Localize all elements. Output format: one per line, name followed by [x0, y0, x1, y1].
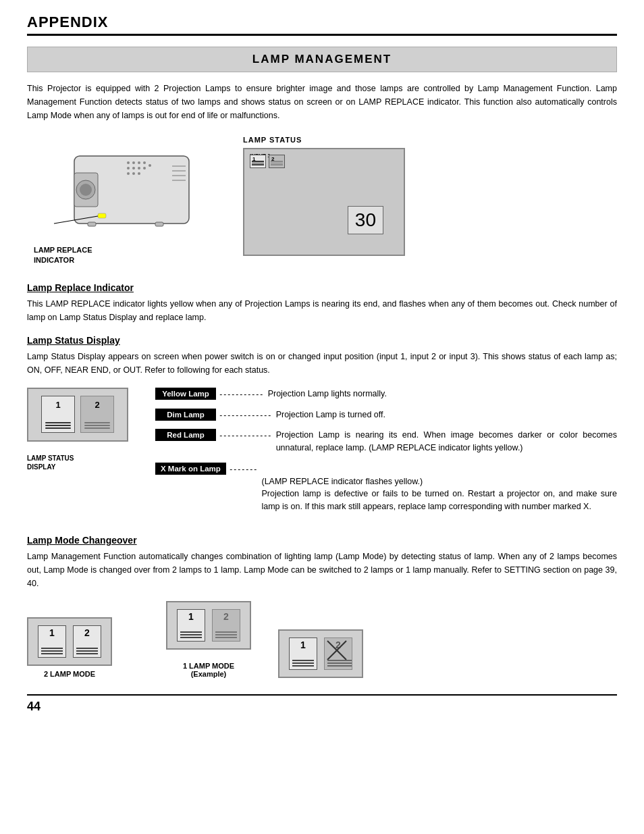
- yellow-lamp-dashes: -----------: [216, 388, 268, 399]
- xmark-lamp-badge: X Mark on Lamp: [155, 463, 226, 475]
- red-lamp-desc: Projection Lamp is nearing its end. When…: [276, 429, 617, 454]
- lamp-status-top-label: LAMP STATUS: [243, 136, 617, 144]
- lamp-indicator-1: 1: [250, 155, 266, 168]
- svg-point-2: [132, 161, 135, 164]
- xmark-lamp-mode-item: 1 2: [278, 629, 363, 678]
- svg-point-4: [127, 167, 130, 170]
- svg-point-11: [143, 167, 146, 170]
- two-lamp-mode-item: 1 2 2 LAMP MODE: [27, 617, 112, 678]
- lamp-status-display-text: Lamp Status Display appears on screen wh…: [27, 350, 617, 377]
- intro-text: This Projector is equipped with 2 Projec…: [27, 82, 617, 122]
- xmark-lamp-lamp1: 1: [289, 637, 317, 670]
- one-lamp-mode-item: 1 2 1 LAMP MODE (Ex: [166, 601, 251, 678]
- xmark-lamp-box: 1 2: [278, 629, 363, 678]
- lamp-replace-indicator-title: Lamp Replace Indicator: [27, 282, 617, 293]
- yellow-lamp-desc: Projection Lamp lights normally.: [268, 388, 387, 400]
- svg-point-3: [138, 161, 140, 164]
- appendix-title: APPENDIX: [27, 14, 108, 30]
- svg-point-7: [127, 172, 130, 175]
- svg-point-8: [132, 172, 135, 175]
- lamp-replace-label: LAMP REPLACE INDICATOR: [34, 245, 92, 266]
- lamp-indicators-top: 1 2: [250, 155, 285, 168]
- lamp-row-red: Red Lamp ------------- Projection Lamp i…: [155, 429, 617, 454]
- lamp-mode-text: Lamp Management Function automatically c…: [27, 550, 617, 590]
- dim-lamp-badge: Dim Lamp: [155, 409, 216, 421]
- two-lamp-label: 2 LAMP MODE: [44, 670, 95, 678]
- lamp-status-screen: INPUT 1 1 2: [243, 148, 405, 256]
- projector-svg: [47, 136, 216, 242]
- two-lamp-lamp2: 2: [73, 625, 101, 658]
- red-lamp-badge: Red Lamp: [155, 429, 216, 441]
- lamp-row-dim: Dim Lamp ------------- Projection Lamp i…: [155, 409, 617, 421]
- lamp-num-2: 2: [95, 400, 99, 410]
- lamp-status-display-title: Lamp Status Display: [27, 335, 617, 346]
- lamp-replace-indicator-text: This LAMP REPLACE indicator lights yello…: [27, 297, 617, 324]
- lamp-box-2: 2: [80, 396, 114, 433]
- svg-point-12: [149, 164, 151, 167]
- lamp-mode-section: Lamp Mode Changeover Lamp Management Fun…: [27, 535, 617, 678]
- lamp-mode-title: Lamp Mode Changeover: [27, 535, 617, 546]
- lamp-number-display: 30: [348, 206, 383, 234]
- one-lamp-box: 1 2: [166, 601, 251, 650]
- lamp-replace-indicator-section: Lamp Replace Indicator This LAMP REPLACE…: [27, 282, 617, 324]
- diagram-row: LAMP REPLACE INDICATOR LAMP STATUS INPUT…: [27, 136, 617, 266]
- svg-point-10: [143, 161, 146, 164]
- lamp-num-1: 1: [55, 400, 60, 410]
- xmark-lamp-dashes: -------: [226, 463, 262, 474]
- svg-rect-20: [98, 213, 106, 218]
- two-lamp-box: 1 2: [27, 617, 112, 666]
- dim-lamp-dashes: -------------: [216, 409, 276, 420]
- page-number: 44: [27, 694, 617, 714]
- svg-point-15: [80, 184, 92, 196]
- projector-diagram: LAMP REPLACE INDICATOR: [27, 136, 216, 266]
- lamp-row-xmark: X Mark on Lamp ------- (LAMP REPLACE ind…: [155, 463, 617, 513]
- lamp-box-1: 1: [41, 396, 75, 433]
- lamp-row-yellow: Yellow Lamp ----------- Projection Lamp …: [155, 388, 617, 400]
- xmark-lamp-lamp2: 2: [324, 637, 352, 670]
- svg-point-1: [127, 161, 130, 164]
- lamp-status-diagram: LAMP STATUS INPUT 1 1 2: [243, 136, 617, 256]
- header-section: APPENDIX: [27, 14, 617, 36]
- two-lamp-lamp1: 1: [38, 625, 66, 658]
- lamp-status-left: 1 2 LAMP S: [27, 388, 135, 471]
- yellow-lamp-badge: Yellow Lamp: [155, 388, 216, 400]
- red-lamp-dashes: -------------: [216, 429, 276, 440]
- section-title: LAMP MANAGEMENT: [27, 47, 617, 72]
- lamp-status-section: 1 2 LAMP S: [27, 388, 617, 521]
- one-lamp-lamp2: 2: [212, 609, 240, 642]
- svg-rect-23: [155, 222, 163, 226]
- lamp-status-right: Yellow Lamp ----------- Projection Lamp …: [155, 388, 617, 521]
- xmark-lamp-desc: (LAMP REPLACE indicator flashes yellow.)…: [261, 463, 617, 513]
- svg-point-6: [138, 167, 140, 170]
- svg-rect-22: [88, 222, 96, 226]
- svg-point-9: [138, 172, 140, 175]
- lamp-indicator-2: 2: [269, 155, 285, 168]
- one-lamp-lamp1: 1: [177, 609, 205, 642]
- lamp-status-display-section: Lamp Status Display Lamp Status Display …: [27, 335, 617, 521]
- projector-image: [47, 136, 203, 240]
- lamp-display-box: 1 2: [27, 388, 128, 442]
- lamp-mode-diagrams: 1 2 2 LAMP MODE: [27, 601, 617, 678]
- one-lamp-label: 1 LAMP MODE (Example): [183, 654, 234, 678]
- dim-lamp-desc: Projection Lamp is turned off.: [276, 409, 385, 421]
- svg-point-5: [132, 167, 135, 170]
- lamp-status-display-label: LAMP STATUS DISPLAY: [27, 445, 135, 471]
